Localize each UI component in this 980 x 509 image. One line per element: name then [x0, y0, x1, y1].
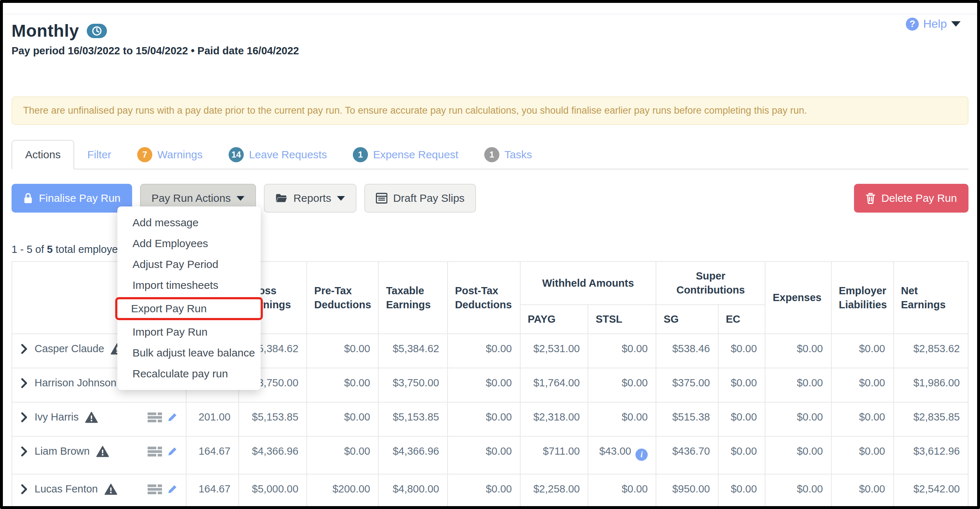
employee-name[interactable]: Lucas Fenton — [35, 483, 98, 495]
cell-taxable-earnings: $5,384.62 — [379, 334, 447, 368]
menu-item-export-pay-run[interactable]: Export Pay Run — [115, 297, 263, 320]
employee-name[interactable]: Liam Brown — [35, 446, 90, 457]
chevron-down-icon — [951, 21, 961, 27]
expand-chevron-icon[interactable] — [20, 378, 28, 388]
col-header-post-tax-deductions: Post-Tax Deductions — [447, 262, 520, 334]
cell-stsl: $0.00 — [588, 402, 656, 436]
cell-expenses: $0.00 — [765, 402, 831, 436]
tab-warnings[interactable]: 7Warnings — [124, 141, 216, 169]
help-menu[interactable]: ? Help — [906, 17, 961, 30]
cell-sg: $515.38 — [656, 402, 718, 436]
tab-leave-requests[interactable]: 14Leave Requests — [216, 141, 340, 169]
pay-period-subtitle: Pay period 16/03/2022 to 15/04/2022 • Pa… — [11, 45, 969, 57]
cell-taxable-earnings: $3,750.00 — [379, 368, 447, 402]
expand-chevron-icon[interactable] — [20, 412, 28, 422]
employee-cell: Lucas Fenton — [12, 474, 186, 508]
menu-item-import-pay-run[interactable]: Import Pay Run — [118, 322, 261, 343]
menu-item-add-employees[interactable]: Add Employees — [118, 233, 261, 254]
reports-label: Reports — [293, 192, 331, 204]
draft-pay-slips-label: Draft Pay Slips — [393, 192, 465, 204]
menu-item-import-timesheets[interactable]: Import timesheets — [118, 275, 261, 296]
cell-sg: $538.46 — [656, 334, 718, 368]
tab-label: Filter — [87, 149, 111, 161]
expand-chevron-icon[interactable] — [20, 344, 28, 354]
edit-pencil-icon[interactable] — [167, 484, 178, 495]
cell-expenses: $0.00 — [765, 368, 831, 402]
cell-sg: $436.70 — [656, 436, 718, 474]
cell-net-earnings: $3,612.96 — [894, 436, 969, 474]
cell-sg: $375.00 — [656, 368, 718, 402]
employee-name[interactable]: Harrison Johnson — [35, 377, 116, 389]
cell-pre-tax-deductions: $0.00 — [307, 334, 379, 368]
cell-ec: $0.00 — [718, 334, 765, 368]
cell-employer-liabilities: $0.00 — [831, 402, 894, 436]
cell-payg: $2,318.00 — [520, 402, 588, 436]
warning-icon — [104, 484, 118, 495]
group-header-withheld-amounts: Withheld Amounts — [520, 262, 656, 305]
employee-name[interactable]: Ivy Harris — [35, 411, 78, 423]
expand-chevron-icon[interactable] — [20, 484, 28, 494]
menu-item-bulk-adjust-leave-balance[interactable]: Bulk adjust leave balance — [118, 343, 261, 363]
cell-pre-tax-deductions: $0.00 — [307, 368, 379, 402]
pay-run-actions-dropdown: Add messageAdd EmployeesAdjust Pay Perio… — [118, 206, 261, 390]
delete-pay-run-label: Delete Pay Run — [881, 192, 957, 204]
tab-label: Leave Requests — [249, 149, 327, 161]
tab-label: Actions — [25, 149, 60, 161]
menu-item-recalculate-pay-run[interactable]: Recalculate pay run — [118, 363, 261, 384]
col-header-sg: SG — [656, 305, 718, 334]
edit-pencil-icon[interactable] — [167, 446, 178, 457]
help-icon: ? — [906, 17, 919, 30]
draft-pay-slips-button[interactable]: Draft Pay Slips — [364, 184, 476, 212]
menu-item-add-message[interactable]: Add message — [118, 212, 261, 233]
cell-employer-liabilities: $0.00 — [831, 436, 894, 474]
finalise-pay-run-label: Finalise Pay Run — [39, 192, 121, 204]
page-title: Monthly — [11, 21, 79, 41]
cell-stsl: $0.00 — [588, 474, 656, 508]
payslip-list-icon — [376, 193, 387, 204]
col-header-taxable-earnings: Taxable Earnings — [379, 262, 447, 334]
info-icon[interactable]: i — [635, 449, 648, 461]
pay-schedule-clock-icon — [87, 24, 107, 38]
cell-payg: $711.00 — [520, 436, 588, 474]
cell-payg: $2,531.00 — [520, 334, 588, 368]
cell-ec: $0.00 — [718, 368, 765, 402]
trash-icon — [865, 192, 876, 204]
cell-post-tax-deductions: $0.00 — [447, 334, 520, 368]
group-header-super-contributions: Super Contributions — [656, 262, 765, 305]
edit-pencil-icon[interactable] — [167, 412, 178, 423]
screenshot-frame: ? Help Monthly Pay period 16/03/2022 to … — [0, 0, 980, 509]
help-label: Help — [923, 17, 947, 30]
cell-employer-liabilities: $0.00 — [831, 474, 894, 508]
cell-stsl: $43.00i — [588, 436, 656, 474]
cell-payg: $1,764.00 — [520, 368, 588, 402]
cell-net-earnings: $2,835.85 — [894, 402, 969, 436]
menu-item-adjust-pay-period[interactable]: Adjust Pay Period — [118, 254, 261, 275]
cell-employer-liabilities: $0.00 — [831, 368, 894, 402]
tab-tasks[interactable]: 1Tasks — [471, 141, 545, 169]
employee-row: Lucas Fenton164.67$5,000.00$200.00$4,800… — [12, 474, 968, 508]
delete-pay-run-button[interactable]: Delete Pay Run — [854, 184, 969, 212]
tab-filter[interactable]: Filter — [74, 141, 124, 169]
cell-hours: 201.00 — [186, 402, 239, 436]
expand-chevron-icon[interactable] — [20, 446, 28, 457]
col-header-payg: PAYG — [520, 305, 588, 334]
cell-gross-earnings: $5,000.00 — [239, 474, 307, 508]
cell-post-tax-deductions: $0.00 — [447, 474, 520, 508]
cell-hours: 164.67 — [186, 436, 239, 474]
tab-expense-request[interactable]: 1Expense Request — [340, 141, 471, 169]
timesheet-icon[interactable] — [148, 412, 162, 423]
reports-button[interactable]: Reports — [264, 184, 356, 212]
lock-icon — [23, 192, 33, 204]
employee-row: Liam Brown164.67$4,366.96$0.00$4,366.96$… — [12, 436, 968, 474]
cell-post-tax-deductions: $0.00 — [447, 368, 520, 402]
cell-taxable-earnings: $5,153.85 — [379, 402, 447, 436]
employee-name[interactable]: Casper Claude — [35, 343, 104, 355]
employee-cell: Liam Brown — [12, 436, 186, 474]
warning-icon — [96, 446, 109, 457]
cell-employer-liabilities: $0.00 — [831, 334, 894, 368]
tab-actions[interactable]: Actions — [11, 140, 74, 170]
cell-expenses: $0.00 — [765, 436, 831, 474]
finalise-pay-run-button[interactable]: Finalise Pay Run — [11, 184, 132, 212]
timesheet-icon[interactable] — [148, 446, 162, 457]
timesheet-icon[interactable] — [148, 484, 162, 495]
